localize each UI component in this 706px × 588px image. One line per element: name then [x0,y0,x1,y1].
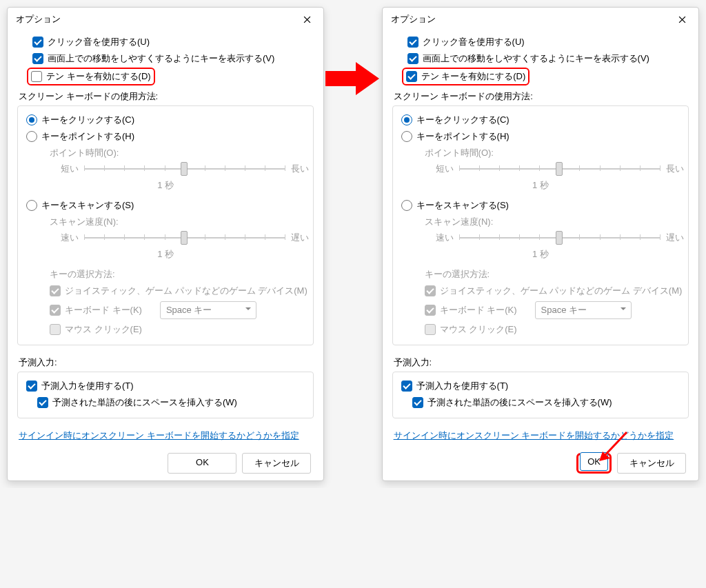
checkbox-keyboard-key [425,305,436,316]
predict-group: 予測入力を使用する(T) 予測された単語の後にスペースを挿入する(W) [17,372,314,418]
label-keyboard-key: キーボード キー(K) [440,304,517,316]
point-slider-min: 短い [436,163,454,175]
select-keyboard-key: Space キー [535,301,632,319]
label-mouse-click: マウス クリック(E) [440,323,517,336]
label-radio-scan: キーをスキャンする(S) [416,199,509,212]
dialog-title: オプション [16,13,61,26]
label-radio-point: キーをポイントする(H) [416,130,510,143]
label-enable-tenkey: テン キーを有効にする(D) [421,70,526,83]
scan-slider-min: 速い [61,232,79,244]
checkbox-joystick [425,285,436,296]
radio-point-keys[interactable] [26,131,37,142]
usage-group: キーをクリックする(C) キーをポイントする(H) ポイント時間(O): 短い … [392,105,689,345]
point-time-label: ポイント時間(O): [22,145,309,161]
checkbox-keyboard-key [50,305,61,316]
label-radio-click: キーをクリックする(C) [416,114,510,126]
scan-slider-max: 遅い [291,232,309,244]
checkbox-use-predict[interactable] [26,381,37,392]
label-enable-tenkey: テン キーを有効にする(D) [46,70,151,83]
checkbox-enable-tenkey[interactable] [406,71,417,82]
usage-group: キーをクリックする(C) キーをポイントする(H) ポイント時間(O): 短い … [17,105,314,345]
close-icon[interactable] [297,12,316,27]
scan-slider-value: 1 秒 [22,245,309,266]
label-show-move-keys: 画面上での移動をしやすくするようにキーを表示する(V) [48,52,274,65]
scan-speed-label: スキャン速度(N): [397,214,684,230]
label-joystick: ジョイスティック、ゲーム パッドなどのゲーム デバイス(M) [440,285,683,297]
point-slider-value: 1 秒 [22,176,309,197]
point-slider-min: 短い [61,163,79,175]
radio-scan-keys[interactable] [401,200,412,211]
label-radio-point: キーをポイントする(H) [41,130,134,143]
close-icon[interactable] [672,12,692,27]
point-time-label: ポイント時間(O): [397,145,684,161]
scan-select-label: キーの選択方法: [22,266,309,283]
radio-scan-keys[interactable] [26,200,37,211]
label-joystick: ジョイスティック、ゲーム パッドなどのゲーム デバイス(M) [65,285,307,297]
label-use-predict: 予測入力を使用する(T) [416,380,509,392]
usage-section-label: スクリーン キーボードの使用方法: [392,86,689,104]
scan-slider-max: 遅い [666,232,684,244]
dialog-title: オプション [391,13,436,26]
checkbox-use-predict[interactable] [401,381,412,392]
predict-section-label: 予測入力: [392,352,689,370]
point-slider [84,163,285,174]
cancel-button[interactable]: キャンセル [242,453,311,474]
scan-slider [84,232,285,243]
checkbox-show-move-keys[interactable] [32,53,43,64]
predict-group: 予測入力を使用する(T) 予測された単語の後にスペースを挿入する(W) [392,372,689,418]
label-predict-space: 予測された単語の後にスペースを挿入する(W) [52,396,237,409]
label-show-move-keys: 画面上での移動をしやすくするようにキーを表示する(V) [423,52,649,65]
label-radio-scan: キーをスキャンする(S) [41,199,134,212]
checkbox-mouse-click [425,324,436,335]
checkbox-click-sound[interactable] [407,37,418,48]
scan-slider-min: 速い [436,232,454,244]
checkbox-predict-space[interactable] [412,397,423,408]
signin-osk-link[interactable]: サインイン時にオンスクリーン キーボードを開始するかどうかを指定 [17,425,301,446]
cancel-button[interactable]: キャンセル [617,453,686,474]
label-mouse-click: マウス クリック(E) [65,323,142,336]
point-slider [459,163,660,174]
label-click-sound: クリック音を使用する(U) [48,36,150,48]
options-dialog-before: オプション クリック音を使用する(U) 画面上での移動をしやすくするようにキーを… [7,7,324,481]
highlight-ok-button: OK [576,453,612,474]
checkbox-show-move-keys[interactable] [407,53,418,64]
label-keyboard-key: キーボード キー(K) [65,304,142,316]
scan-speed-label: スキャン速度(N): [22,214,309,230]
checkbox-mouse-click [50,324,61,335]
checkbox-predict-space[interactable] [37,397,48,408]
label-radio-click: キーをクリックする(C) [41,114,134,126]
select-keyboard-key: Space キー [160,301,256,319]
point-slider-value: 1 秒 [397,176,684,197]
point-slider-max: 長い [666,163,684,175]
highlight-tenkey-after: テン キーを有効にする(D) [402,68,530,85]
checkbox-click-sound[interactable] [32,37,43,48]
ok-button[interactable]: OK [168,453,236,474]
scan-select-label: キーの選択方法: [397,266,684,283]
checkbox-joystick [50,285,61,296]
label-click-sound: クリック音を使用する(U) [423,36,525,48]
predict-section-label: 予測入力: [17,352,314,370]
checkbox-enable-tenkey[interactable] [31,71,42,82]
label-predict-space: 予測された単語の後にスペースを挿入する(W) [427,396,612,409]
point-slider-max: 長い [291,163,309,175]
scan-slider [459,232,660,243]
radio-click-keys[interactable] [401,114,412,125]
usage-section-label: スクリーン キーボードの使用方法: [17,86,314,104]
ok-button[interactable]: OK [580,452,608,471]
radio-click-keys[interactable] [26,114,37,125]
red-arrow-annotation [324,7,381,95]
options-dialog-after: オプション クリック音を使用する(U) 画面上での移動をしやすくするようにキーを… [382,7,699,481]
signin-osk-link[interactable]: サインイン時にオンスクリーン キーボードを開始するかどうかを指定 [392,425,676,446]
highlight-tenkey-before: テン キーを有効にする(D) [27,68,155,85]
label-use-predict: 予測入力を使用する(T) [41,380,134,392]
scan-slider-value: 1 秒 [397,245,684,266]
radio-point-keys[interactable] [401,131,412,142]
